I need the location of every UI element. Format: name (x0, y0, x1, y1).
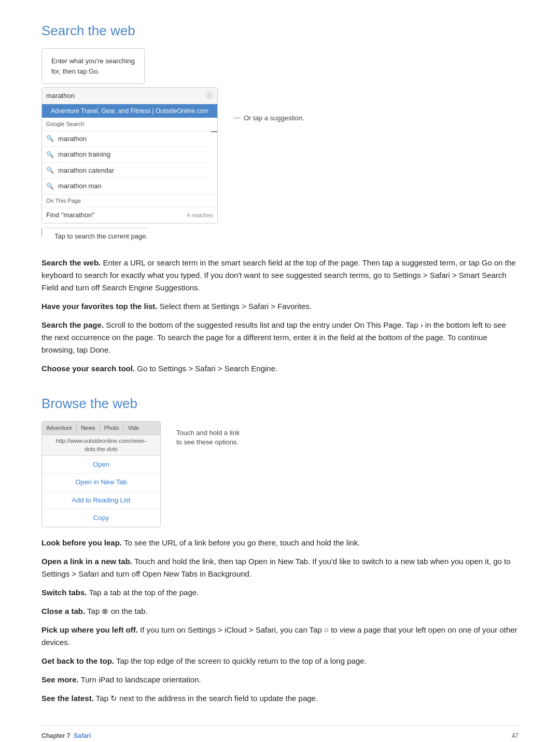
search-para-1-bold: Search the web. (41, 258, 101, 267)
chapter-label: Chapter 7 Safari (41, 732, 91, 739)
search-para-3-bold: Search the page. (41, 320, 104, 329)
browser-tabs-bar: Adventure News Photo Vide (42, 422, 160, 435)
browse-para-1-bold: Look before you leap. (41, 538, 122, 547)
search-para-2-rest: Select them at Settings > Safari > Favor… (160, 302, 312, 311)
google-search-label: Google Search (42, 118, 217, 131)
browse-para-7: See more. Turn iPad to landscape orienta… (41, 674, 519, 686)
browser-url-bar: http://www.outsideonline.com/news-dots-t… (42, 435, 160, 456)
browse-para-6-rest: Tap the top edge of the screen to quickl… (116, 656, 367, 665)
browse-para-4: Close a tab. Tap ⊗ on the tab. (41, 605, 519, 618)
browse-body-text: Look before you leap. To see the URL of … (41, 537, 519, 705)
context-menu-add-reading-list[interactable]: Add to Reading List (42, 492, 160, 510)
search-instruction-box: Enter what you're searching for, then ta… (41, 48, 145, 84)
browse-para-3: Switch tabs. Tap a tab at the top of the… (41, 586, 519, 599)
instruction-line2: for, then tap Go. (51, 66, 135, 77)
browse-para-3-bold: Switch tabs. (41, 588, 87, 597)
search-section-title: Search the web (41, 21, 519, 41)
search-para-3: Search the page. Scroll to the bottom of… (41, 319, 519, 356)
suggestion-text: marathon man (58, 181, 102, 191)
browse-para-3-rest: Tap a tab at the top of the page. (89, 588, 199, 597)
on-this-page-label: On This Page (42, 194, 217, 208)
instruction-line1: Enter what you're searching (51, 56, 135, 66)
tap-vertical-line (41, 228, 42, 236)
search-para-1-rest: Enter a URL or search term in the smart … (41, 258, 516, 292)
browse-para-2-bold: Open a link in a new tab. (41, 557, 132, 566)
suggestion-marathon-training[interactable]: 🔍 marathon training (42, 147, 209, 163)
search-para-2: Have your favorites top the list. Select… (41, 300, 519, 313)
browse-the-web-section: Browse the web Adventure News Photo Vide… (41, 394, 519, 705)
suggestion-marathon-calendar[interactable]: 🔍 marathon calendar (42, 163, 209, 179)
browse-para-1-rest: To see the URL of a link before you go t… (124, 538, 360, 547)
autocomplete-suggestion[interactable]: Adventure Travel, Gear, and Fitness | Ou… (42, 104, 217, 118)
suggestion-bracket-line (211, 131, 217, 132)
browse-para-1: Look before you leap. To see the URL of … (41, 537, 519, 549)
browse-para-5: Pick up where you left off. If you turn … (41, 624, 519, 649)
search-icon: 🔍 (46, 150, 54, 159)
search-the-web-section: Search the web Enter what you're searchi… (41, 21, 519, 241)
browse-para-6: Get back to the top. Tap the top edge of… (41, 655, 519, 667)
search-body-text: Search the web. Enter a URL or search te… (41, 257, 519, 375)
context-menu-open[interactable]: Open (42, 456, 160, 474)
find-item[interactable]: Find "marathon" 4 matches (42, 207, 217, 223)
browse-para-8-bold: See the latest. (41, 694, 94, 703)
browse-para-7-bold: See more. (41, 675, 79, 684)
browse-para-4-bold: Close a tab. (41, 607, 85, 615)
tab-adventure[interactable]: Adventure (42, 424, 77, 432)
browse-section-title: Browse the web (41, 394, 519, 414)
browse-para-7-rest: Turn iPad to landscape orientation. (81, 675, 201, 684)
tap-instruction-wrapper: Tap to search the current page. (41, 223, 218, 242)
context-menu-copy[interactable]: Copy (42, 509, 160, 527)
browse-para-8: See the latest. Tap ↻ next to the addres… (41, 692, 519, 705)
browse-para-2: Open a link in a new tab. Touch and hold… (41, 555, 519, 580)
search-ui-container: ⓧ Adventure Travel, Gear, and Fitness | … (41, 87, 218, 241)
search-icon: 🔍 (46, 181, 54, 191)
browser-mockup: Adventure News Photo Vide http://www.out… (41, 421, 161, 527)
callout-text: Or tap a suggestion. (244, 113, 304, 123)
search-input[interactable] (46, 92, 206, 100)
footer-chapter: Chapter 7 Safari (41, 731, 91, 740)
tab-news[interactable]: News (77, 424, 100, 432)
browse-para-5-bold: Pick up where you left off. (41, 625, 138, 634)
callout-horizontal-line (233, 118, 241, 118)
callout-wrapper: Or tap a suggestion. (233, 113, 304, 123)
search-para-4-bold: Choose your search tool. (41, 364, 135, 373)
clear-button[interactable]: ⓧ (206, 90, 213, 101)
find-text: Find "marathon" (46, 210, 94, 220)
search-para-4-rest: Go to Settings > Safari > Search Engine. (137, 364, 277, 373)
suggestions-list: 🔍 marathon 🔍 marathon training 🔍 maratho… (42, 131, 209, 194)
suggestion-marathon-man[interactable]: 🔍 marathon man (42, 178, 209, 194)
search-icon: 🔍 (46, 165, 54, 175)
matches-badge: 4 matches (187, 211, 213, 220)
browse-para-6-bold: Get back to the top. (41, 656, 114, 665)
tap-instruction: Tap to search the current page. (45, 228, 148, 242)
search-para-2-bold: Have your favorites top the list. (41, 302, 157, 311)
footer-page-number: 47 (512, 731, 519, 740)
suggestion-text: marathon (58, 134, 87, 144)
search-icon: 🔍 (46, 134, 54, 143)
search-para-1: Search the web. Enter a URL or search te… (41, 257, 519, 294)
browse-ui-wrapper: Adventure News Photo Vide http://www.out… (41, 421, 519, 527)
search-para-4: Choose your search tool. Go to Settings … (41, 362, 519, 375)
context-menu: Open Open in New Tab Add to Reading List… (42, 456, 160, 527)
search-ui-wrapper: ⓧ Adventure Travel, Gear, and Fitness | … (41, 87, 519, 241)
browse-para-4-rest: Tap ⊗ on the tab. (87, 607, 147, 615)
suggestions-wrapper: 🔍 marathon 🔍 marathon training 🔍 maratho… (42, 131, 217, 194)
browse-para-8-rest: Tap ↻ next to the address in the search … (96, 694, 318, 703)
suggestion-text: marathon calendar (58, 165, 114, 176)
search-para-3-rest: Scroll to the bottom of the suggested re… (41, 320, 506, 354)
search-bar[interactable]: ⓧ (42, 88, 217, 104)
chapter-link: Safari (74, 732, 91, 739)
page-footer: Chapter 7 Safari 47 (41, 725, 519, 740)
context-menu-open-new-tab[interactable]: Open in New Tab (42, 473, 160, 492)
suggestion-marathon[interactable]: 🔍 marathon (42, 131, 209, 147)
touch-hold-label: Touch and hold a linkto see these option… (176, 428, 240, 447)
suggestion-text: marathon training (58, 149, 110, 160)
search-ui: ⓧ Adventure Travel, Gear, and Fitness | … (41, 87, 218, 223)
tab-photo[interactable]: Photo (100, 424, 124, 432)
tab-vide[interactable]: Vide (123, 424, 143, 432)
